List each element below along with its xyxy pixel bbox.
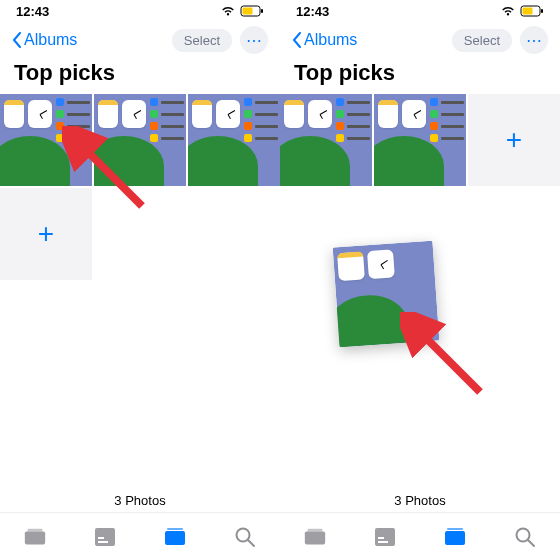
back-button[interactable]: Albums [292,31,357,49]
svg-rect-16 [308,528,323,531]
svg-rect-19 [378,541,388,543]
svg-rect-6 [98,537,104,539]
select-button[interactable]: Select [452,29,512,52]
phone-left: 12:43 Albums Select ⋯ Top picks + 3 Phot… [0,0,280,560]
tab-bar [280,512,560,560]
tab-library[interactable] [23,526,47,548]
tab-albums[interactable] [163,526,187,548]
tab-search[interactable] [233,526,257,548]
chevron-left-icon [292,32,302,48]
svg-rect-13 [541,9,543,13]
svg-rect-15 [305,531,325,544]
photo-thumb[interactable] [0,94,92,186]
svg-line-23 [528,540,534,546]
svg-rect-20 [445,531,465,545]
svg-rect-2 [243,8,253,15]
nav-bar: Albums Select ⋯ [280,22,560,58]
tab-albums[interactable] [443,526,467,548]
svg-rect-21 [447,528,463,530]
tab-foryou[interactable] [93,526,117,548]
svg-rect-9 [167,528,183,530]
svg-rect-4 [28,528,43,531]
svg-line-11 [248,540,254,546]
back-label: Albums [24,31,77,49]
wifi-icon [220,5,236,17]
svg-rect-18 [378,537,384,539]
status-indicators [220,5,264,17]
tab-bar [0,512,280,560]
floating-thumb[interactable] [333,241,440,348]
page-title: Top picks [0,58,280,94]
wifi-icon [500,5,516,17]
page-title: Top picks [280,58,560,94]
svg-rect-8 [165,531,185,545]
photo-thumb[interactable] [374,94,466,186]
photo-thumb[interactable] [280,94,372,186]
tab-search[interactable] [513,526,537,548]
status-time: 12:43 [16,4,49,19]
battery-icon [240,5,264,17]
more-button[interactable]: ⋯ [240,26,268,54]
svg-rect-1 [261,9,263,13]
status-time: 12:43 [296,4,329,19]
photo-count: 3 Photos [0,485,280,512]
status-bar: 12:43 [280,0,560,22]
svg-rect-14 [523,8,533,15]
back-button[interactable]: Albums [12,31,77,49]
content: + [0,94,280,485]
status-bar: 12:43 [0,0,280,22]
add-button[interactable]: + [468,94,560,186]
status-indicators [500,5,544,17]
svg-rect-7 [98,541,108,543]
chevron-left-icon [12,32,22,48]
photo-thumb[interactable] [188,94,280,186]
photo-count: 3 Photos [280,485,560,512]
tab-foryou[interactable] [373,526,397,548]
select-button[interactable]: Select [172,29,232,52]
photo-grid: + [0,94,280,280]
tab-library[interactable] [303,526,327,548]
back-label: Albums [304,31,357,49]
photo-grid: + [280,94,560,186]
battery-icon [520,5,544,17]
more-button[interactable]: ⋯ [520,26,548,54]
photo-thumb[interactable] [94,94,186,186]
add-button[interactable]: + [0,188,92,280]
svg-rect-3 [25,531,45,544]
nav-bar: Albums Select ⋯ [0,22,280,58]
